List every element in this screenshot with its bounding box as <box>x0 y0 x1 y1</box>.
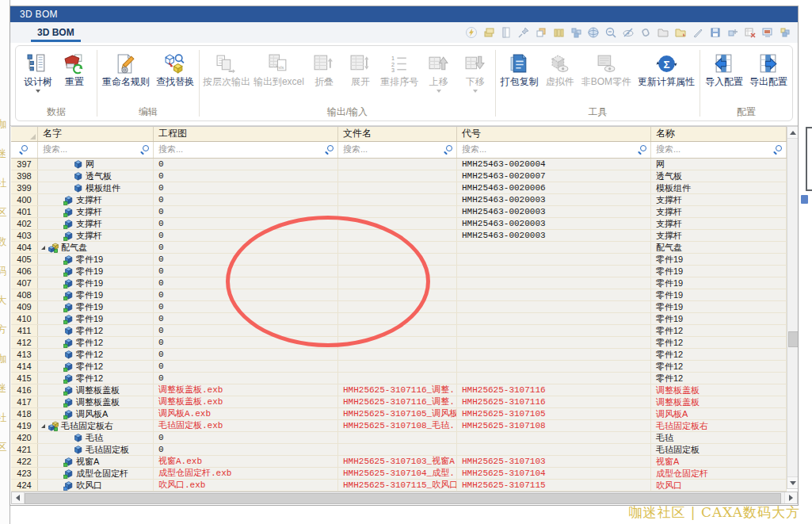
search-input-drawing[interactable]: 搜索... <box>154 142 338 158</box>
assembly-icon[interactable] <box>779 26 791 39</box>
columns-icon[interactable] <box>552 26 565 39</box>
table-row[interactable]: 404 配气盘 0 配气盘 <box>11 242 787 254</box>
cell-code <box>457 301 651 312</box>
table-row[interactable]: 410 零件19 0 零件19 <box>11 313 787 325</box>
table-row[interactable]: 401 支撑杆 0 HMH25463-0020003 支撑杆 <box>11 206 787 218</box>
column-header-code[interactable]: 代号 <box>457 127 651 141</box>
save-icon[interactable] <box>709 26 722 39</box>
table-row[interactable]: 418 调风板A 调风板A.exb HMH25625-3107105_调风板A … <box>11 408 787 420</box>
export-view-icon[interactable] <box>761 26 774 39</box>
cell-name: 零件12 <box>38 361 154 372</box>
table-row[interactable]: 423 成型仓固定杆 成型仓固定杆.exb HMH25625-3107104_成… <box>11 468 787 480</box>
row-number: 421 <box>11 444 38 455</box>
design-tree-button[interactable]: 设计树 <box>20 50 56 93</box>
horizontal-scroll-thumb[interactable] <box>25 493 781 504</box>
delete-table-icon[interactable] <box>744 26 757 39</box>
search-input-title[interactable]: 搜索... <box>651 142 787 158</box>
cell-name: 零件19 <box>38 254 154 265</box>
table-row[interactable]: 409 零件19 0 零件19 <box>11 301 787 313</box>
zoom-out-icon[interactable] <box>604 26 617 39</box>
table-row[interactable]: 411 零件12 0 零件12 <box>11 325 787 337</box>
table-row[interactable]: 413 零件12 0 零件12 <box>11 349 787 361</box>
part-name: 调整板盖板 <box>76 396 120 407</box>
cell-drawing: 0 <box>154 218 338 229</box>
button-label: 非BOM零件 <box>581 76 631 87</box>
horizontal-scrollbar[interactable] <box>11 491 798 504</box>
table-row[interactable]: 420 毛毡 0 毛毡 <box>11 432 787 444</box>
parts-group-icon[interactable] <box>570 26 582 39</box>
header-corner-cell[interactable] <box>11 127 38 141</box>
knife-icon[interactable] <box>692 26 704 39</box>
table-row[interactable]: 406 零件19 0 零件19 <box>11 266 787 277</box>
table-row[interactable]: 415 零件12 0 零件12 <box>11 373 787 384</box>
part-icon <box>63 290 74 300</box>
column-header-drawing[interactable]: 工程图 <box>154 127 338 141</box>
part-icon <box>63 326 74 336</box>
search-corner-cell[interactable] <box>11 142 38 158</box>
table-row[interactable]: 400 支撑杆 0 HMH25463-0020003 支撑杆 <box>11 194 787 206</box>
export-config-button[interactable]: 导出配置 <box>746 50 791 87</box>
table-row[interactable]: 402 支撑杆 0 HMH25463-0020003 支撑杆 <box>11 218 787 230</box>
table-row[interactable]: 405 零件19 0 零件19 <box>11 254 787 266</box>
button-label: 虚拟件 <box>546 76 574 87</box>
cell-code: HMH25463-0020003 <box>457 218 651 229</box>
hide-icon[interactable] <box>622 26 635 39</box>
table-row[interactable]: 408 零件19 0 零件19 <box>11 289 787 301</box>
tab-3d-bom[interactable]: 3D BOM <box>32 25 79 40</box>
part-name: 零件12 <box>76 337 103 348</box>
table-row[interactable]: 414 零件12 0 零件12 <box>11 361 787 373</box>
cell-name: 支撑杆 <box>38 206 154 217</box>
parts-stack-icon[interactable] <box>482 26 495 39</box>
rename-rule-button[interactable]: 重命名规则 <box>99 50 153 87</box>
table-row[interactable]: 407 零件19 0 零件19 <box>11 277 787 289</box>
design-tree-icon <box>27 51 48 76</box>
flash-icon[interactable] <box>465 26 478 39</box>
pin-icon[interactable] <box>517 26 530 39</box>
import-config-button[interactable]: 导入配置 <box>702 50 746 87</box>
button-label: 输出到excel <box>254 76 304 87</box>
update-calc-button[interactable]: Σ 更新计算属性 <box>635 50 698 87</box>
cell-code <box>457 254 651 265</box>
pack-copy-button[interactable]: 打包复制 <box>497 50 542 87</box>
expand-icon[interactable] <box>41 246 45 250</box>
search-input-filename[interactable]: 搜索... <box>338 142 457 158</box>
table-row[interactable]: 397 网 0 HMH25463-0020004 网 <box>11 159 787 170</box>
scroll-right-button[interactable] <box>784 492 797 503</box>
column-header-name[interactable]: 名字 <box>38 127 154 141</box>
reset-button[interactable]: 重置 <box>56 50 93 87</box>
vertical-scroll-thumb[interactable] <box>788 331 799 347</box>
column-header-filename[interactable]: 文件名 <box>338 127 457 141</box>
search-input-name[interactable]: 搜索... <box>38 142 154 158</box>
table-row[interactable]: 419 毛毡固定板右 毛毡固定板.exb HMH25625-3107108_毛毡… <box>11 420 787 432</box>
table-row[interactable]: 403 支撑杆 0 HMH25463-0020003 支撑杆 <box>11 230 787 242</box>
find-replace-button[interactable]: 查找替换 <box>153 50 197 87</box>
vertical-scrollbar[interactable] <box>787 126 799 489</box>
column-header-title[interactable]: 名称 <box>651 127 787 141</box>
table-row[interactable]: 421 毛毡固定板 0 毛毡固定板 <box>11 444 787 456</box>
renumber-button: 123 重排序号 <box>379 50 421 87</box>
part-icon <box>63 457 74 467</box>
cell-name: 吹风口 <box>38 480 154 491</box>
open-folder-icon[interactable] <box>674 26 687 39</box>
cell-name: 零件19 <box>38 289 154 300</box>
table-row[interactable]: 417 调整板盖板 调整板盖板.exb HMH25625-3107116_调整.… <box>11 396 787 408</box>
copy-icon[interactable] <box>535 26 547 39</box>
search-input-code[interactable]: 搜索... <box>457 142 651 158</box>
page-icon[interactable] <box>500 26 513 39</box>
scroll-left-button[interactable] <box>12 492 25 503</box>
table-row[interactable]: 399 模板组件 0 HMH25463-0020006 模板组件 <box>11 182 787 194</box>
scroll-up-button[interactable] <box>787 127 798 139</box>
arrow-right-icon <box>789 495 793 501</box>
scroll-down-button[interactable] <box>787 476 798 488</box>
folder-icon[interactable] <box>657 26 669 39</box>
table-row[interactable]: 422 视窗A 视窗A.exb HMH25625-3107103_视窗A HMH… <box>11 456 787 468</box>
table-row[interactable]: 424 吹风口 吹风口.exb HMH25625-3107115_吹风口 HMH… <box>11 480 787 491</box>
table-row[interactable]: 416 调整板盖板 调整板盖板.exb HMH25625-3107116_调整.… <box>11 384 787 396</box>
table-row[interactable]: 412 零件12 0 零件12 <box>11 337 787 349</box>
sphere-icon[interactable] <box>587 26 600 39</box>
link-icon[interactable] <box>639 26 652 39</box>
add-part-icon[interactable] <box>726 26 739 39</box>
cell-code: HMH25463-0020003 <box>457 194 651 205</box>
table-row[interactable]: 398 透气板 0 HMH25463-0020007 透气板 <box>11 170 787 182</box>
expand-icon[interactable] <box>41 424 45 428</box>
